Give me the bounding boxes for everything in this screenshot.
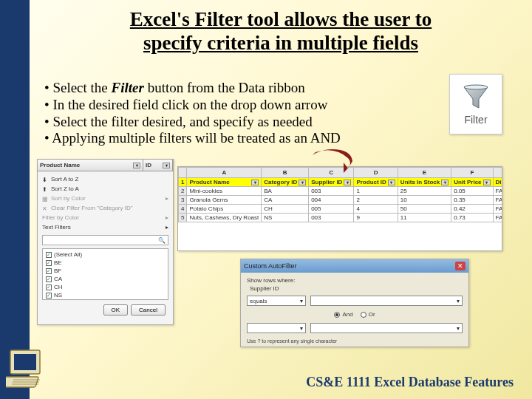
- col-letter[interactable]: A: [187, 168, 262, 178]
- cell[interactable]: Nuts, Cashews, Dry Roast: [187, 214, 262, 222]
- row-number[interactable]: 3: [179, 196, 187, 205]
- cell[interactable]: 9: [354, 214, 398, 222]
- check-item-all[interactable]: ✓(Select All): [46, 250, 165, 259]
- checkbox-icon[interactable]: ✓: [46, 268, 52, 274]
- col-letter[interactable]: F: [451, 168, 493, 178]
- cell[interactable]: 4: [354, 205, 398, 214]
- bullet-2: • In the desired field click on the drop…: [44, 97, 436, 114]
- filter-search-input[interactable]: 🔍: [42, 235, 168, 245]
- header-cell[interactable]: Unit Price▾: [451, 178, 493, 187]
- corner-cell[interactable]: [179, 168, 187, 178]
- cell[interactable]: 003: [309, 187, 354, 196]
- header-cell[interactable]: Supplier ID▾: [309, 178, 354, 187]
- or-radio[interactable]: Or: [361, 311, 375, 318]
- header-cell[interactable]: Product ID▾: [354, 178, 398, 187]
- and-radio[interactable]: And: [334, 311, 352, 318]
- header-cell[interactable]: Discontinued▾: [493, 178, 502, 187]
- show-rows-label: Show rows where:: [247, 277, 463, 284]
- sort-az-item[interactable]: ⬇Sort A to Z: [42, 174, 168, 184]
- cell[interactable]: 0.35: [451, 196, 493, 205]
- svg-rect-2: [14, 354, 36, 370]
- clear-icon: ✕: [42, 205, 48, 211]
- cell[interactable]: BA: [262, 187, 309, 196]
- cell[interactable]: 11: [398, 214, 451, 222]
- operator-1-select[interactable]: equals▾: [247, 296, 306, 306]
- text-filters-item[interactable]: Text Filters▸: [42, 222, 168, 232]
- cell[interactable]: FALSE: [493, 214, 502, 222]
- filter-arrow-icon[interactable]: ▾: [344, 180, 351, 185]
- col-letter[interactable]: B: [262, 168, 309, 178]
- screenshots-container: Product Name▾ ID▾ ⬇Sort A to Z ⬆Sort Z t…: [37, 159, 525, 332]
- filter-ribbon-button[interactable]: Filter: [449, 74, 502, 134]
- checkbox-icon[interactable]: ✓: [46, 260, 52, 266]
- check-item[interactable]: ✓NS: [46, 291, 165, 299]
- cell[interactable]: Potato Chips: [187, 205, 262, 214]
- checkbox-icon[interactable]: ✓: [46, 252, 52, 258]
- header-cell[interactable]: Product Name▾: [187, 178, 262, 187]
- filter-arrow-icon[interactable]: ▾: [388, 180, 395, 185]
- col-product-name[interactable]: Product Name▾: [38, 160, 143, 171]
- value-2-input[interactable]: ▾: [310, 323, 463, 333]
- dropdown-arrow-icon[interactable]: ▾: [133, 163, 140, 168]
- table-row: 5 Nuts, Cashews, Dry Roast NS 003 9 11 0…: [179, 214, 503, 222]
- close-icon[interactable]: ✕: [455, 262, 466, 270]
- filter-arrow-icon[interactable]: ▾: [441, 180, 449, 185]
- filter-checklist: ✓(Select All) ✓BE ✓BF ✓CA ✓CH ✓NS: [42, 248, 168, 300]
- cell[interactable]: 005: [309, 205, 354, 214]
- row-number[interactable]: 2: [179, 187, 187, 196]
- ok-button[interactable]: OK: [103, 304, 129, 316]
- cell[interactable]: CA: [262, 196, 309, 205]
- checkbox-icon[interactable]: ✓: [46, 293, 52, 299]
- check-item[interactable]: ✓BF: [46, 267, 165, 275]
- col-id[interactable]: ID▾: [143, 160, 173, 171]
- cell[interactable]: Granola Gems: [187, 196, 262, 205]
- header-cell[interactable]: Category ID▾: [262, 178, 309, 187]
- cell[interactable]: 25: [398, 187, 451, 196]
- operator-2-select[interactable]: ▾: [247, 323, 306, 333]
- cell[interactable]: 0.42: [451, 205, 493, 214]
- row-number[interactable]: 4: [179, 205, 187, 214]
- cell[interactable]: FALSE: [493, 187, 502, 196]
- cell[interactable]: FALSE: [493, 196, 502, 205]
- check-item[interactable]: ✓CH: [46, 283, 165, 291]
- row-number[interactable]: 5: [179, 214, 187, 222]
- checkbox-icon[interactable]: ✓: [46, 284, 52, 290]
- cancel-button[interactable]: Cancel: [131, 304, 166, 316]
- filter-arrow-icon[interactable]: ▾: [251, 180, 259, 185]
- cell[interactable]: 1: [354, 187, 398, 196]
- cell[interactable]: NS: [262, 214, 309, 222]
- col-letter[interactable]: G: [493, 168, 502, 178]
- chevron-down-icon: ▾: [300, 325, 303, 332]
- col-letter[interactable]: D: [354, 168, 398, 178]
- dropdown-arrow-icon[interactable]: ▾: [163, 163, 170, 168]
- slide-title: Excel's Filter tool allows the user to s…: [44, 7, 517, 55]
- filter-arrow-icon[interactable]: ▾: [483, 180, 491, 185]
- check-item[interactable]: ✓CA: [46, 275, 165, 283]
- col-letter[interactable]: E: [398, 168, 451, 178]
- cell[interactable]: 004: [309, 196, 354, 205]
- custom-autofilter-dialog: Custom AutoFilter ✕ Show rows where: Sup…: [240, 259, 469, 347]
- sort-asc-icon: ⬇: [42, 177, 48, 183]
- value-1-input[interactable]: ▾: [310, 296, 463, 306]
- sort-za-item[interactable]: ⬆Sort Z to A: [42, 184, 168, 194]
- sort-desc-icon: ⬆: [42, 186, 48, 192]
- cell[interactable]: 003: [309, 214, 354, 222]
- cell[interactable]: Mini-cookies: [187, 187, 262, 196]
- cell[interactable]: 10: [398, 196, 451, 205]
- cell[interactable]: FALSE: [493, 205, 502, 214]
- check-item[interactable]: ✓BE: [46, 259, 165, 267]
- cell[interactable]: 50: [398, 205, 451, 214]
- cell[interactable]: CH: [262, 205, 309, 214]
- filter-menu-body: ⬇Sort A to Z ⬆Sort Z to A ▦Sort by Color…: [38, 171, 173, 323]
- field-name-label: Supplier ID: [250, 285, 463, 292]
- row-number[interactable]: 1: [179, 178, 187, 187]
- dropdown-column-header: Product Name▾ ID▾: [38, 160, 173, 171]
- footer-text: CS&E 1111 Excel Database Features: [306, 375, 514, 390]
- dialog-titlebar[interactable]: Custom AutoFilter ✕: [241, 259, 468, 273]
- filter-arrow-icon[interactable]: ▾: [299, 180, 306, 185]
- checkbox-icon[interactable]: ✓: [46, 276, 52, 282]
- cell[interactable]: 2: [354, 196, 398, 205]
- cell[interactable]: 0.05: [451, 187, 493, 196]
- cell[interactable]: 0.73: [451, 214, 493, 222]
- header-cell[interactable]: Units In Stock▾: [398, 178, 451, 187]
